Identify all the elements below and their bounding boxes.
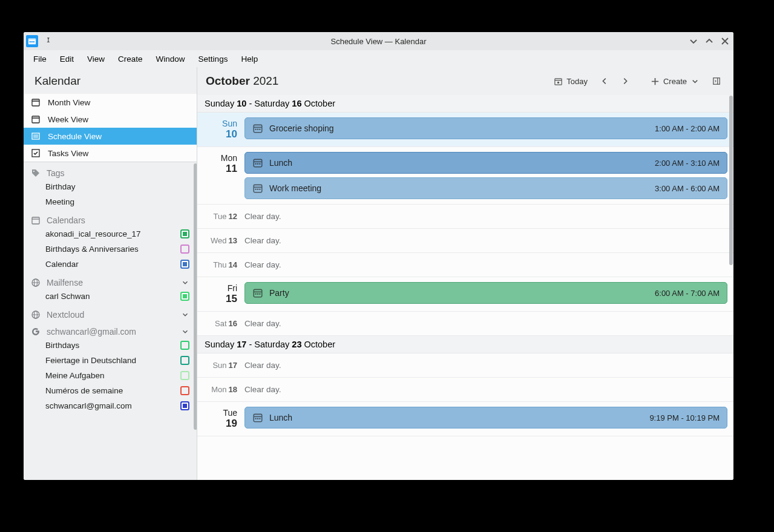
year-label: 2021 (253, 74, 278, 87)
day-label: Tue19 (197, 402, 244, 436)
calendar-item[interactable]: Birthdays (24, 338, 197, 353)
section-icon (31, 327, 41, 337)
section-label: Mailfense (47, 278, 83, 287)
calendar-item[interactable]: Calendar (24, 257, 197, 272)
menu-settings[interactable]: Settings (192, 53, 234, 65)
calendar-item[interactable]: akonadi_ical_resource_17 (24, 226, 197, 241)
section-nextcloud[interactable]: Nextcloud (24, 304, 197, 321)
calendar-icon (252, 183, 263, 194)
create-button[interactable]: Create (646, 74, 704, 88)
svg-rect-36 (257, 163, 258, 165)
event-time: 9:19 PM - 10:19 PM (649, 413, 720, 422)
clear-day-label: Clear day. (244, 317, 727, 330)
prev-button[interactable] (596, 73, 613, 90)
close-button[interactable] (720, 36, 730, 46)
calendar-color-swatch[interactable] (180, 371, 189, 380)
event-title: Lunch (269, 158, 292, 168)
day-label: Sun10 (197, 113, 244, 146)
section-label: Nextcloud (47, 310, 84, 320)
day-label: Fri15 (197, 277, 244, 311)
calendar-item[interactable]: Feiertage in Deutschland (24, 353, 197, 368)
titlebar: Schedule View — Kalendar (24, 32, 733, 50)
section-icon (31, 168, 41, 178)
event-time: 2:00 AM - 3:10 AM (655, 159, 720, 168)
calendar-label: Calendar (45, 260, 79, 269)
event-item[interactable]: Work meeting3:00 AM - 6:00 AM (244, 177, 727, 199)
svg-rect-7 (32, 116, 39, 123)
svg-rect-37 (259, 163, 260, 165)
svg-rect-52 (259, 418, 260, 419)
menu-window[interactable]: Window (150, 53, 191, 65)
menu-view[interactable]: View (81, 53, 111, 65)
calendar-item[interactable]: carl Schwan (24, 289, 197, 304)
clear-day-label: Clear day. (244, 258, 727, 272)
calendar-label: Birthdays (45, 341, 79, 350)
svg-rect-47 (259, 294, 260, 295)
calendar-color-swatch[interactable] (180, 229, 189, 238)
next-button[interactable] (617, 73, 634, 90)
maximize-button[interactable] (704, 36, 714, 46)
day-row: Thu 14Clear day. (197, 253, 733, 277)
day-events: Clear day. (244, 353, 733, 377)
calendar-label: akonadi_ical_resource_17 (45, 229, 141, 238)
view-week-view[interactable]: Week View (24, 111, 197, 128)
calendar-item[interactable]: Numéros de semaine (24, 383, 197, 398)
calendar-color-swatch[interactable] (180, 341, 189, 350)
calendar-label: carl Schwan (45, 292, 90, 301)
event-item[interactable]: Lunch2:00 AM - 3:10 AM (244, 152, 727, 174)
clear-day-label: Clear day. (244, 209, 727, 223)
svg-rect-30 (255, 129, 257, 130)
event-item[interactable]: Grocerie shoping1:00 AM - 2:00 AM (244, 117, 727, 139)
view-schedule-view[interactable]: Schedule View (24, 128, 197, 145)
calendar-color-swatch[interactable] (180, 356, 189, 365)
calendar-item[interactable]: schwancarl@gmail.com (24, 398, 197, 413)
calendar-icon (31, 97, 41, 107)
chevron-down-icon (181, 327, 189, 336)
schedule-list[interactable]: Sunday 10 - Saturday 16 OctoberSun10Groc… (197, 95, 733, 480)
tag-item[interactable]: Birthday (24, 179, 197, 194)
month-year-label: October 2021 (206, 74, 278, 88)
event-item[interactable]: Lunch9:19 PM - 10:19 PM (244, 407, 727, 429)
event-title: Lunch (269, 413, 292, 422)
section-schwancarl-gmail-com[interactable]: schwancarl@gmail.com (24, 321, 197, 338)
day-events: Clear day. (244, 378, 733, 401)
calendar-color-swatch[interactable] (180, 260, 189, 269)
menu-file[interactable]: File (27, 53, 53, 65)
day-row: Tue19Lunch9:19 PM - 10:19 PM (197, 402, 733, 436)
calendar-icon (252, 287, 263, 298)
event-item[interactable]: Party6:00 AM - 7:00 AM (244, 282, 727, 304)
view-label: Month View (48, 98, 90, 107)
calendar-color-swatch[interactable] (180, 401, 189, 410)
calendar-item[interactable]: Birthdays & Anniversaries (24, 241, 197, 257)
menu-help[interactable]: Help (235, 53, 264, 65)
calendar-color-swatch[interactable] (180, 245, 189, 254)
svg-rect-40 (255, 189, 257, 190)
content-header: October 2021 Today Create (197, 67, 733, 95)
calendar-icon (31, 131, 41, 141)
chevron-down-icon (181, 278, 189, 287)
calendar-color-swatch[interactable] (180, 386, 189, 395)
calendar-color-swatch[interactable] (180, 292, 189, 301)
calendar-icon (31, 114, 41, 124)
calendar-icon (252, 123, 263, 134)
view-tasks-view[interactable]: Tasks View (24, 145, 197, 162)
menu-create[interactable]: Create (112, 53, 149, 65)
svg-rect-5 (32, 99, 39, 106)
minimize-button[interactable] (689, 36, 698, 46)
tag-item[interactable]: Meeting (24, 194, 197, 209)
chevron-down-icon (690, 77, 700, 86)
section-mailfense[interactable]: Mailfense (24, 272, 197, 289)
menu-edit[interactable]: Edit (54, 53, 80, 65)
day-events: Clear day. (244, 253, 733, 277)
today-label: Today (566, 77, 588, 86)
view-month-view[interactable]: Month View (24, 94, 197, 111)
pin-icon[interactable] (43, 36, 51, 47)
month-label: October (206, 74, 250, 87)
svg-rect-42 (259, 189, 260, 190)
day-label: Wed 13 (197, 229, 244, 252)
app-window: Schedule View — Kalendar FileEditViewCre… (24, 32, 733, 480)
today-button[interactable]: Today (549, 74, 592, 88)
calendar-item[interactable]: Meine Aufgaben (24, 368, 197, 383)
expand-sidebar-button[interactable] (708, 73, 725, 90)
day-label: Sun 17 (197, 353, 244, 377)
